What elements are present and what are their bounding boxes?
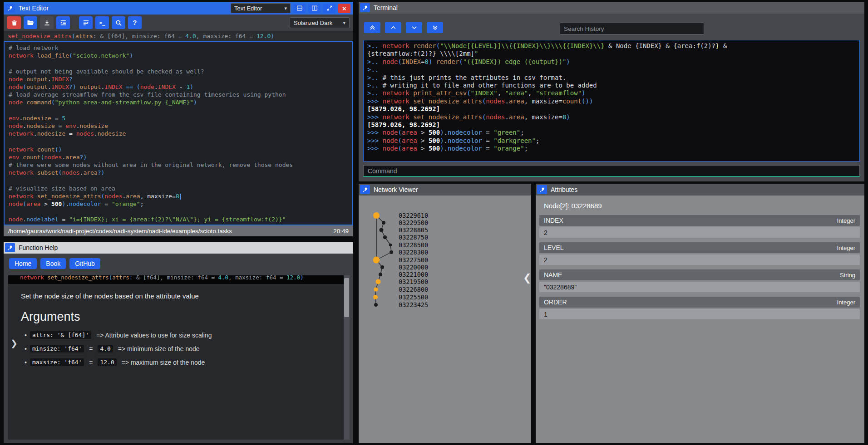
help-button[interactable]: ? <box>128 16 142 29</box>
pin-icon <box>7 245 13 251</box>
window-select[interactable]: Text Editor ▾ <box>231 3 291 13</box>
attribute-name-row: INDEXInteger <box>539 215 860 226</box>
home-button[interactable]: Home <box>9 258 37 269</box>
arg-code-chip: 4.0 <box>98 345 113 352</box>
chevron-down-icon: ▾ <box>343 20 345 26</box>
double-chevron-down-icon <box>432 24 439 31</box>
split-horizontal-icon <box>296 5 303 11</box>
pin-button[interactable] <box>537 185 547 194</box>
network-node-label: 03226800 <box>399 286 428 293</box>
attribute-name-row: NAMEString <box>539 269 860 280</box>
terminal-line: [5879.026, 98.2692] <box>367 105 856 113</box>
github-button[interactable]: GitHub <box>69 258 100 269</box>
network-node[interactable] <box>376 279 381 284</box>
attribute-type: String <box>840 272 855 279</box>
maximize-icon <box>326 5 333 11</box>
scroll-bottom-button[interactable] <box>427 22 443 33</box>
code-line: network subset(nodes.area?) <box>9 169 348 176</box>
search-history-input[interactable] <box>560 23 704 34</box>
scrollbar-thumb[interactable] <box>344 278 349 317</box>
attribute-value: "03228689" <box>539 282 860 292</box>
attribute-field: LEVELInteger2 <box>539 242 860 265</box>
terminal-output[interactable]: >.. network render("\\Node[{LEVEL}]\\{{I… <box>363 40 860 161</box>
editor-statusbar: /home/gaurav/work/nadi-project/codes/nad… <box>4 225 353 236</box>
attribute-type: Integer <box>837 299 855 306</box>
code-line: network set_nodesize_attrs(nodes.area, m… <box>9 192 348 200</box>
network-node[interactable] <box>390 250 393 254</box>
arg-description: => Attribute values to use for size scal… <box>94 332 212 339</box>
network-node-label: 03219500 <box>399 278 428 285</box>
theme-select-value: Solarized Dark <box>294 20 332 26</box>
theme-select[interactable]: Solarized Dark ▾ <box>290 17 350 28</box>
arg-description: = <box>87 359 94 366</box>
open-file-button[interactable] <box>24 16 37 29</box>
command-input[interactable] <box>363 165 860 177</box>
network-node[interactable] <box>389 244 392 246</box>
help-scrollbar[interactable] <box>344 275 350 440</box>
window-select-value: Text Editor <box>234 5 262 12</box>
help-content: network set_nodesize_attrs(attrs: & [f64… <box>8 275 350 440</box>
code-line <box>9 137 348 145</box>
network-node[interactable] <box>373 295 378 299</box>
split-vertical-button[interactable] <box>308 4 321 13</box>
signature-line: network set_nodesize_attrs(attrs: & [f64… <box>20 275 332 283</box>
split-horizontal-button[interactable] <box>293 4 306 13</box>
terminal-line: >.. # this just prints the attributes in… <box>367 74 856 82</box>
scroll-top-button[interactable] <box>364 22 380 33</box>
chevron-up-icon <box>390 24 397 31</box>
network-node[interactable] <box>379 273 382 276</box>
scroll-down-button[interactable] <box>406 22 422 33</box>
network-node[interactable] <box>374 303 378 307</box>
search-button[interactable] <box>112 16 125 29</box>
help-nav: Home Book GitHub <box>4 254 353 274</box>
function-help-titlebar: Function Help <box>4 242 353 254</box>
terminal-line: {streamflow:f(2)?} \\\\[2mm]" <box>367 50 856 58</box>
attribute-value: 2 <box>539 227 860 238</box>
help-args: •attrs: '& [f64]' => Attribute values to… <box>25 331 350 366</box>
book-button[interactable]: Book <box>40 258 66 269</box>
terminal-line: >.. node(INDEX=0) render("({INDEX}) edge… <box>367 58 856 66</box>
network-node[interactable] <box>382 221 385 225</box>
network-viewer-titlebar: Network Viewer <box>359 184 531 196</box>
editor-signature-line: set_nodesize_attrs(attrs: & [f64], minsi… <box>4 31 353 41</box>
delete-button[interactable] <box>7 16 21 29</box>
indent-button[interactable] <box>56 16 70 29</box>
double-chevron-up-icon <box>369 24 376 31</box>
maximize-button[interactable] <box>323 4 335 13</box>
attributes-panel: Attributes Node[2]: 03228689 INDEXIntege… <box>536 184 864 443</box>
help-collapse-button[interactable]: ❯ <box>10 338 18 348</box>
network-node[interactable] <box>374 288 378 292</box>
attribute-field: ORDERInteger1 <box>539 297 860 319</box>
save-button[interactable] <box>40 16 54 29</box>
code-line: node(output.INDEX?) output.INDEX == (nod… <box>9 83 348 91</box>
code-line: network count() <box>9 146 348 153</box>
network-graph[interactable]: 0322961003229500032288050322875003228500… <box>359 196 531 443</box>
pin-button[interactable] <box>5 4 15 13</box>
network-node[interactable] <box>373 257 380 264</box>
network-node[interactable] <box>373 212 380 219</box>
network-node[interactable] <box>383 235 387 239</box>
network-node[interactable] <box>380 228 384 232</box>
attribute-value: 2 <box>539 254 860 265</box>
network-node[interactable] <box>380 265 384 269</box>
editor-code[interactable]: # load networknetwork load_file("scioto.… <box>4 41 353 225</box>
pin-button[interactable] <box>5 243 15 252</box>
attribute-type: Integer <box>837 217 855 224</box>
scroll-up-button[interactable] <box>385 22 401 33</box>
network-node-label: 03221000 <box>399 271 428 278</box>
terminal-titlebar: Terminal <box>359 2 864 14</box>
arg-code-chip: minsize: 'f64' <box>30 345 84 352</box>
chevron-down-icon: ▾ <box>284 5 287 11</box>
pin-button[interactable] <box>360 185 370 194</box>
terminal-button[interactable]: >_ <box>95 16 109 29</box>
split-vertical-icon <box>311 5 318 11</box>
collapse-attributes-button[interactable]: ❮ <box>523 272 531 284</box>
attributes-titlebar: Attributes <box>536 184 864 196</box>
close-button[interactable]: × <box>338 4 350 13</box>
network-node-label: 03228500 <box>399 241 428 249</box>
pin-button[interactable] <box>360 3 370 12</box>
format-button[interactable] <box>79 16 93 29</box>
code-line <box>9 107 348 114</box>
terminal-line: [5879.026, 98.2692] <box>367 121 856 129</box>
node-header: Node[2]: 03228689 <box>544 202 864 210</box>
